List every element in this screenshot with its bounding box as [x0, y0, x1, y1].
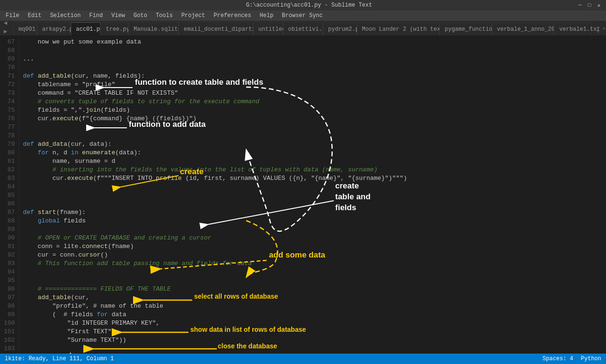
tab-untitled[interactable]: untitled×: [253, 22, 283, 36]
menu-item-goto[interactable]: Goto: [130, 11, 151, 20]
code-line: # ============== FIELDS OF THE TABLE: [23, 285, 602, 293]
line-number: 88: [4, 217, 15, 225]
tab-nav: ◀ ▶: [2, 21, 13, 36]
code-line: [23, 183, 602, 191]
menu-item-file[interactable]: File: [2, 11, 23, 20]
statusbar-left: lkite: Ready, Line 111, Column 1: [5, 355, 114, 362]
tab-label: tree.py: [106, 26, 129, 33]
minimize-button[interactable]: ─: [577, 2, 583, 9]
statusbar-spaces: Spaces: 4: [543, 355, 573, 362]
line-number: 82: [4, 166, 15, 174]
line-number: 76: [4, 115, 15, 123]
tab-arkapy2py[interactable]: arkapy2.py×: [37, 22, 71, 36]
code-line: [23, 63, 602, 72]
code-line: # OPEN or CREATE DATABASE and creating a…: [23, 234, 602, 242]
code-line: [23, 46, 602, 55]
line-number: 81: [4, 157, 15, 166]
tab-add-button[interactable]: +: [592, 27, 604, 36]
main-area: 6768697071727374757677787980818283848586…: [0, 36, 606, 354]
menu-item-preferences[interactable]: Preferences: [210, 11, 255, 20]
tab-Manualesqlitetxt[interactable]: Manuale.sqlite.txt×: [128, 22, 178, 36]
menu-item-selection[interactable]: Selection: [46, 11, 85, 20]
tab-verbale1anno2021txt[interactable]: verbale_1_anno_20_21.txt×: [492, 22, 554, 36]
line-number: 103: [4, 345, 15, 353]
statusbar-right: Spaces: 4 Python: [543, 355, 601, 362]
menu-item-browser-sync[interactable]: Browser Sync: [278, 11, 326, 20]
statusbar: lkite: Ready, Line 111, Column 1 Spaces:…: [0, 354, 606, 364]
line-number: 72: [4, 80, 15, 89]
tab-pygamefunctionspy[interactable]: pygame_functions.py×: [439, 22, 491, 36]
line-number: 74: [4, 98, 15, 106]
line-number: 67: [4, 38, 15, 46]
line-number: 85: [4, 191, 15, 200]
code-line: "Surname TEXT")): [23, 336, 602, 345]
code-line: cur = conn.cursor(): [23, 251, 602, 259]
code-line: [23, 268, 602, 276]
titlebar-title: G:\accounting\acc01.py - Sublime Text: [42, 2, 577, 9]
code-line: def add_table(cur, name, fields):: [23, 72, 602, 80]
tab-verbale1txt[interactable]: verbale1.txt×: [554, 22, 592, 36]
code-line: [23, 345, 602, 353]
code-line: # converts tuple of fields to string for…: [23, 98, 602, 106]
line-number: 93: [4, 259, 15, 268]
tab-emaildocentidipartimentotxt[interactable]: email_docenti_dipartimento.txt×: [178, 22, 253, 36]
code-line: name, surname = d: [23, 157, 602, 166]
code-line: conn = lite.connect(fname): [23, 242, 602, 251]
tab-label: untitled: [258, 26, 286, 33]
tab-scroll-left[interactable]: ◀: [2, 21, 9, 27]
tab-scroll-right[interactable]: ▶: [2, 28, 9, 35]
tab-Moon-Lander-2-with-text-labelpy[interactable]: Moon Lander 2 (with text label).py×: [357, 22, 440, 36]
code-line: [23, 191, 602, 200]
line-number: 79: [4, 140, 15, 149]
menu-item-find[interactable]: Find: [85, 11, 107, 20]
code-line: "profile", # name of the table: [23, 302, 602, 311]
menu-item-help[interactable]: Help: [256, 11, 277, 20]
menubar: FileEditSelectionFindViewGotoToolsProjec…: [0, 10, 606, 21]
code-line: ( # fields for data: [23, 311, 602, 319]
line-number: 69: [4, 55, 15, 63]
code-line: for n, d in enumerate(data):: [23, 149, 602, 157]
tab-pydrum2py[interactable]: pydrum2.py×: [323, 22, 357, 36]
titlebar: G:\accounting\acc01.py - Sublime Text ─ …: [0, 0, 606, 10]
tab-acc01py[interactable]: acc01.py×: [71, 22, 101, 36]
code-line: now we put some example data: [23, 38, 602, 46]
line-number: 97: [4, 293, 15, 302]
tab-treepy[interactable]: tree.py×: [100, 22, 128, 36]
code-line: def start(fname):: [23, 208, 602, 217]
line-number: 102: [4, 336, 15, 345]
code-line: "id INTEGER PRIMARY KEY",: [23, 319, 602, 328]
line-number: 89: [4, 225, 15, 234]
line-number: 101: [4, 328, 15, 336]
menu-item-edit[interactable]: Edit: [24, 11, 45, 20]
code-line: cur.execute(f"{command} {name} ({fields}…: [23, 115, 602, 123]
line-number: 99: [4, 311, 15, 319]
code-line: [23, 225, 602, 234]
tab-label: mq001: [18, 26, 36, 33]
menu-item-tools[interactable]: Tools: [152, 11, 177, 20]
line-number: 75: [4, 106, 15, 115]
line-number: 68: [4, 46, 15, 55]
titlebar-controls: ─ □ ✕: [577, 2, 602, 9]
menu-item-view[interactable]: View: [107, 11, 129, 20]
maximize-button[interactable]: □: [586, 2, 593, 9]
tab-mq001[interactable]: mq001×: [13, 22, 37, 36]
code-line: global fields: [23, 217, 602, 225]
code-line: [23, 123, 602, 132]
line-number: 87: [4, 208, 15, 217]
line-number: 73: [4, 89, 15, 98]
line-number: 92: [4, 251, 15, 259]
code-line: # This function add table passing name a…: [23, 259, 602, 268]
line-number: 83: [4, 174, 15, 183]
line-number: 94: [4, 268, 15, 276]
code-line: def add_data(cur, data):: [23, 140, 602, 149]
code-line: # inserting into the fields the values i…: [23, 166, 602, 174]
tab-obiettivitxt[interactable]: obiettivi.txt×: [283, 22, 323, 36]
close-button[interactable]: ✕: [596, 2, 602, 9]
menu-item-project[interactable]: Project: [178, 11, 209, 20]
statusbar-info: lkite: Ready, Line 111, Column 1: [5, 355, 114, 362]
code-content[interactable]: function to create table and fieldsfunct…: [19, 36, 606, 354]
code-area[interactable]: 6768697071727374757677787980818283848586…: [0, 36, 606, 354]
line-number: 98: [4, 302, 15, 311]
code-line: "First TEXT",: [23, 328, 602, 336]
line-number: 71: [4, 72, 15, 80]
